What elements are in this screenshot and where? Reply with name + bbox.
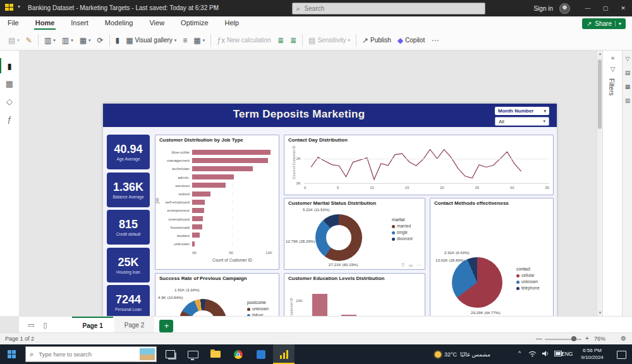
taskbar-search[interactable]: ⌕ xyxy=(25,346,157,362)
legend-item[interactable]: single xyxy=(392,229,413,236)
model-view-icon[interactable]: ◇ xyxy=(0,94,19,109)
bar[interactable] xyxy=(192,216,203,221)
start-button[interactable] xyxy=(8,350,16,358)
menu-file[interactable]: File xyxy=(6,17,20,30)
table-view-icon[interactable]: ▦ xyxy=(0,76,19,91)
filters-pane-icon[interactable]: ▽ xyxy=(623,56,632,62)
focus-mode-icon[interactable]: ▭ xyxy=(408,263,414,267)
bar[interactable] xyxy=(192,224,202,229)
task-view-button[interactable] xyxy=(159,344,181,364)
format-painter-button[interactable]: ✎ xyxy=(23,33,35,48)
chevron-down-icon[interactable]: ▾ xyxy=(18,4,20,9)
taskbar-app-chrome[interactable] xyxy=(228,344,249,364)
sensitivity-button[interactable]: ▤Sensitivity▾ xyxy=(305,33,353,48)
more-elements-button[interactable]: ▦▾ xyxy=(190,33,208,48)
menu-optimize[interactable]: Optimize xyxy=(179,17,209,30)
taskbar-weather[interactable]: 32°C مشمس غالبًا xyxy=(435,344,490,364)
bar[interactable] xyxy=(192,200,205,205)
refresh-button[interactable]: ⟳ xyxy=(94,33,107,48)
legend-item[interactable]: telephone xyxy=(516,285,540,291)
view-as-button[interactable]: ≣ xyxy=(287,33,300,48)
taskbar-app-vscode[interactable] xyxy=(250,344,272,364)
page-tab[interactable]: Page 2 xyxy=(114,317,155,333)
taskbar-search-input[interactable] xyxy=(37,350,122,358)
new-calculation-button[interactable]: ƒxNew calculation xyxy=(214,33,274,48)
more-options-icon[interactable]: ⋯ xyxy=(416,263,422,267)
page-view-icon[interactable]: ▯ xyxy=(43,321,47,329)
manage-roles-button[interactable]: ≣ xyxy=(274,33,287,48)
page-tab[interactable]: Page 1 xyxy=(72,317,112,333)
bar[interactable] xyxy=(192,208,204,213)
chevron-down-icon[interactable]: ▾ xyxy=(214,4,216,9)
settings-gear-icon[interactable]: ⚙ xyxy=(621,335,626,342)
search-input[interactable] xyxy=(303,4,464,13)
bar[interactable] xyxy=(192,150,270,155)
language-indicator[interactable]: ENG xyxy=(561,351,573,357)
bar[interactable] xyxy=(192,233,200,238)
report-view-icon[interactable]: ▮ xyxy=(0,58,19,73)
data-pane-icon[interactable]: ▦ xyxy=(623,83,632,90)
dax-query-view-icon[interactable]: ƒ xyxy=(0,111,19,126)
expand-pane-icon[interactable]: « xyxy=(603,54,623,61)
maximize-button[interactable]: ▢ xyxy=(597,0,614,16)
bar[interactable] xyxy=(192,158,268,163)
legend-item[interactable]: divorced xyxy=(392,236,413,242)
recent-sources-button[interactable]: ▥▾ xyxy=(59,33,76,48)
visualizations-pane-icon[interactable]: ▤ xyxy=(623,70,632,76)
text-box-button[interactable]: ≡ xyxy=(179,33,190,48)
publish-button[interactable]: ↗Publish xyxy=(359,33,394,48)
copilot-button[interactable]: ◆Copilot xyxy=(394,33,428,48)
menu-home[interactable]: Home xyxy=(34,17,56,30)
contact-day-chart-card[interactable]: Contact Day Distribution Count of Custom… xyxy=(284,135,554,195)
page-view-icon[interactable]: ▭ xyxy=(28,321,34,329)
filters-pane-label[interactable]: Filters xyxy=(608,78,615,95)
marital-status-chart-card[interactable]: Customer Marital Status Distribution 5.2… xyxy=(284,198,425,270)
menu-insert[interactable]: Insert xyxy=(70,17,90,30)
new-page-button[interactable]: + xyxy=(159,320,173,332)
search-highlight-image[interactable] xyxy=(140,348,155,360)
month-slicer-header[interactable]: Month Number▾ xyxy=(495,107,549,115)
job-type-chart-card[interactable]: Customer Distribution by Job Type job bl… xyxy=(155,135,279,270)
bar[interactable] xyxy=(192,241,195,246)
legend-item[interactable]: married xyxy=(392,223,413,229)
filter-icon[interactable]: ▽ xyxy=(401,263,406,267)
zoom-in-button[interactable]: + xyxy=(585,335,589,342)
bar[interactable] xyxy=(192,166,253,171)
bar[interactable] xyxy=(192,191,210,197)
ribbon-overflow-button[interactable]: ⋯ xyxy=(428,33,442,48)
new-visual-button[interactable]: ▮ xyxy=(112,33,123,48)
fields-pane-icon[interactable]: ▥ xyxy=(623,97,632,104)
scrollbar-thumb[interactable] xyxy=(598,59,602,129)
taskbar-clock[interactable]: 6:56 PM 9/10/2024 xyxy=(574,347,611,361)
legend-item[interactable]: cellular xyxy=(516,272,540,279)
legend-item[interactable]: unknown xyxy=(516,279,540,285)
volume-icon[interactable] xyxy=(542,350,549,357)
month-slicer-dropdown[interactable]: All▾ xyxy=(495,117,549,126)
avatar[interactable] xyxy=(559,3,570,14)
action-center-icon[interactable] xyxy=(617,351,626,359)
visual-toolbar[interactable]: ▽ ▭ ⋯ xyxy=(401,263,422,268)
taskbar-app-monitor[interactable] xyxy=(182,344,204,364)
bar[interactable] xyxy=(192,174,234,179)
transform-data-button[interactable]: ▦▾ xyxy=(76,33,94,48)
sign-in-button[interactable]: Sign in xyxy=(533,5,553,12)
hidden-icons-chevron[interactable]: ^ xyxy=(518,350,521,356)
menu-modeling[interactable]: Modeling xyxy=(104,17,135,30)
menu-view[interactable]: View xyxy=(148,17,166,30)
minimize-button[interactable]: — xyxy=(579,0,597,16)
get-data-button[interactable]: ▥▾ xyxy=(41,33,59,48)
bar[interactable] xyxy=(192,183,226,188)
legend-item[interactable]: unknown xyxy=(247,306,269,312)
zoom-out-button[interactable]: — xyxy=(536,335,542,342)
wifi-icon[interactable] xyxy=(528,350,537,357)
share-button[interactable]: ↗ Share ▾ xyxy=(582,18,626,29)
paste-button[interactable]: ▤▾ xyxy=(5,33,23,48)
zoom-slider-thumb[interactable] xyxy=(571,336,576,341)
taskbar-app-powerbi[interactable] xyxy=(273,344,295,364)
global-search[interactable]: ⌕ xyxy=(292,3,485,15)
close-button[interactable]: ✕ xyxy=(614,0,632,16)
filter-icon[interactable]: ▽ xyxy=(603,66,623,73)
visual-gallery-button[interactable]: ▦Visual gallery▾ xyxy=(123,33,179,48)
menu-help[interactable]: Help xyxy=(224,17,241,30)
taskbar-app-file-explorer[interactable] xyxy=(205,344,226,364)
